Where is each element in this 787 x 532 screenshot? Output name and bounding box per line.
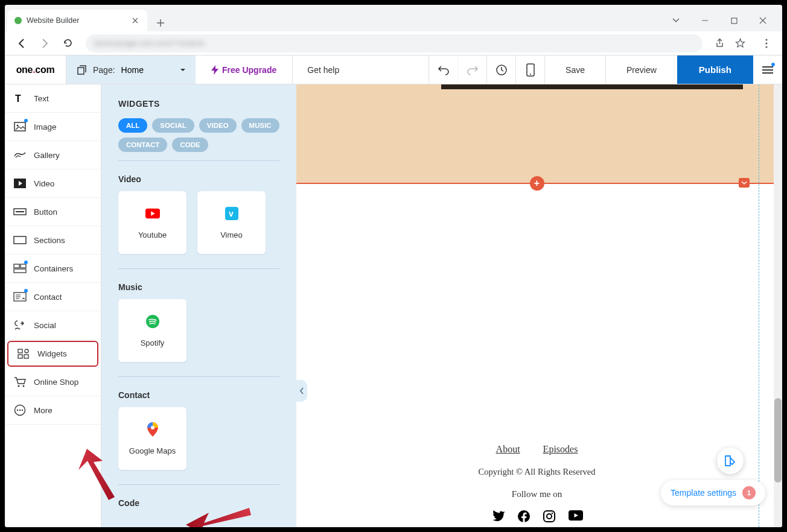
chip-video[interactable]: VIDEO: [199, 118, 237, 133]
add-section-button[interactable]: +: [530, 176, 544, 191]
logo[interactable]: one.com: [5, 55, 66, 84]
rail-item-text[interactable]: TText: [5, 84, 101, 113]
widget-spotify[interactable]: Spotify: [118, 299, 186, 362]
back-button[interactable]: [12, 34, 31, 53]
section-dropdown-icon[interactable]: [739, 178, 750, 188]
twitter-icon[interactable]: [491, 510, 505, 522]
divider: [118, 376, 279, 377]
video-icon: [13, 177, 27, 190]
social-icons: [296, 510, 777, 522]
widgets-panel: WIDGETS ALL SOCIAL VIDEO MUSIC CONTACT C…: [101, 84, 296, 527]
panel-collapse-button[interactable]: [296, 380, 307, 402]
scrollbar-thumb[interactable]: [774, 398, 782, 483]
copyright-text: Copyright © All Rights Reserved: [296, 467, 777, 477]
browser-tab-strip: Website Builder: [5, 5, 782, 31]
widget-vimeo[interactable]: v Vimeo: [197, 191, 266, 254]
svg-point-23: [18, 385, 20, 387]
section-contact-title: Contact: [118, 390, 279, 400]
scrollbar[interactable]: [774, 84, 782, 527]
browser-tab[interactable]: Website Builder: [7, 10, 147, 31]
chip-all[interactable]: ALL: [118, 118, 147, 133]
maximize-button[interactable]: [723, 12, 745, 29]
svg-point-27: [19, 410, 21, 411]
divider: [118, 160, 279, 161]
rail-item-online-shop[interactable]: Online Shop: [5, 368, 101, 396]
rail-item-more[interactable]: More: [5, 396, 101, 425]
page-label: Page:: [93, 65, 115, 75]
facebook-icon[interactable]: [518, 510, 530, 522]
url-input[interactable]: teshmanage.one.com/7-funtime: [86, 34, 703, 52]
address-bar: teshmanage.one.com/7-funtime: [5, 31, 782, 55]
footer-link-episodes[interactable]: Episodes: [543, 444, 578, 455]
section-block[interactable]: [296, 84, 777, 184]
rail-item-gallery[interactable]: Gallery: [5, 141, 101, 169]
browser-menu-icon[interactable]: [758, 35, 775, 52]
containers-icon: [13, 262, 27, 275]
contact-icon: [13, 290, 27, 303]
save-button[interactable]: Save: [544, 55, 605, 84]
svg-point-1: [765, 39, 767, 40]
preview-button[interactable]: Preview: [605, 55, 677, 84]
rail-item-contact[interactable]: Contact: [5, 283, 101, 311]
shop-icon: [13, 375, 27, 388]
footer-link-about[interactable]: About: [496, 444, 520, 455]
upgrade-button[interactable]: Free Upgrade: [196, 55, 293, 84]
chip-music[interactable]: MUSIC: [241, 118, 279, 133]
notification-badge: 1: [742, 486, 756, 499]
insert-section-line[interactable]: +: [296, 183, 777, 184]
svg-rect-19: [18, 349, 22, 353]
menu-button[interactable]: [753, 55, 782, 84]
device-preview-button[interactable]: [515, 55, 544, 84]
help-button[interactable]: Get help: [293, 55, 354, 84]
divider: [118, 268, 279, 269]
section-video-title: Video: [118, 174, 279, 184]
svg-point-33: [151, 426, 155, 429]
widget-youtube[interactable]: Youtube: [118, 191, 186, 254]
page-selector[interactable]: Page: Home: [66, 55, 196, 84]
undo-button[interactable]: [429, 55, 457, 84]
svg-rect-21: [18, 355, 22, 358]
reload-button[interactable]: [58, 34, 77, 53]
minimize-button[interactable]: [694, 12, 716, 29]
youtube-footer-icon[interactable]: [569, 510, 583, 522]
rail-item-social[interactable]: Social: [5, 311, 101, 340]
rail-item-button[interactable]: Button: [5, 198, 101, 226]
publish-button[interactable]: Publish: [677, 55, 753, 84]
share-icon[interactable]: [711, 35, 728, 52]
pages-icon: [76, 65, 87, 75]
template-settings-button[interactable]: Template settings 1: [661, 480, 765, 505]
chip-social[interactable]: SOCIAL: [152, 118, 194, 133]
new-tab-button[interactable]: [152, 14, 169, 31]
svg-point-36: [547, 514, 552, 519]
bolt-icon: [211, 65, 218, 75]
instagram-icon[interactable]: [543, 510, 555, 522]
filter-chips: ALL SOCIAL VIDEO MUSIC CONTACT CODE: [118, 118, 279, 152]
forward-button[interactable]: [35, 34, 54, 53]
rail-item-image[interactable]: Image: [5, 113, 101, 141]
chevron-down-icon[interactable]: [665, 12, 687, 29]
canvas[interactable]: + About Episodes Copyright © All Rights …: [296, 84, 782, 527]
left-rail: TText Image Gallery Video Button Section…: [5, 84, 101, 527]
tab-close-button[interactable]: [130, 16, 140, 25]
svg-rect-14: [14, 236, 26, 244]
chip-code[interactable]: CODE: [172, 138, 208, 152]
image-placeholder: [441, 84, 743, 89]
redo-button[interactable]: [457, 55, 486, 84]
star-icon[interactable]: [731, 35, 748, 52]
window-controls: [665, 10, 777, 31]
rail-item-containers[interactable]: Containers: [5, 255, 101, 283]
svg-rect-15: [14, 264, 19, 268]
social-icon: [13, 318, 27, 332]
chip-contact[interactable]: CONTACT: [118, 138, 167, 152]
history-button[interactable]: [486, 55, 515, 84]
vimeo-icon: v: [225, 206, 239, 221]
theme-palette-button[interactable]: [717, 448, 744, 474]
svg-point-37: [551, 513, 552, 514]
rail-item-sections[interactable]: Sections: [5, 226, 101, 255]
rail-item-video[interactable]: Video: [5, 169, 101, 198]
close-window-button[interactable]: [752, 12, 774, 29]
tab-favicon-icon: [14, 17, 22, 24]
rail-item-widgets[interactable]: Widgets: [7, 341, 98, 367]
widget-google-maps[interactable]: Google Maps: [118, 407, 186, 470]
notification-dot-icon: [771, 63, 775, 66]
